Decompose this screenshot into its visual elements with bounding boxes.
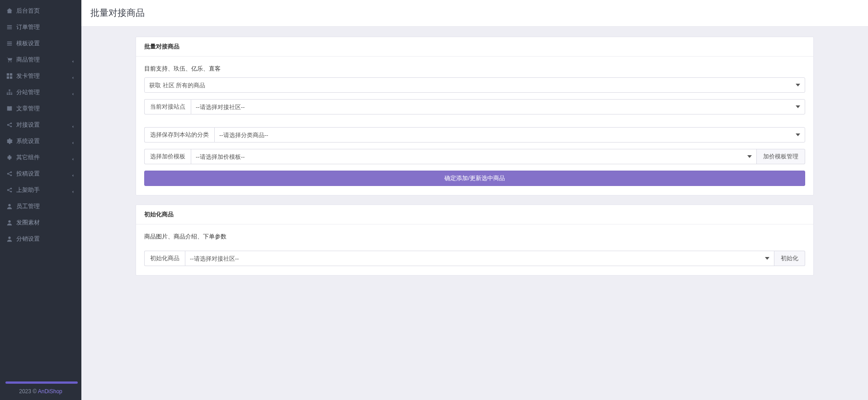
svg-point-15 <box>10 175 12 176</box>
footer: 2023 © AnDiShop <box>5 388 76 397</box>
svg-rect-7 <box>7 94 9 95</box>
svg-rect-6 <box>9 90 10 91</box>
label-init-product: 初始化商品 <box>144 251 185 266</box>
init-hint: 商品图片、商品介绍、下单参数 <box>144 233 805 241</box>
sidebar-item-label: 后台首页 <box>16 7 40 15</box>
sidebar-item-9[interactable]: 其它组件 <box>0 149 81 166</box>
sidebar-item-label: 系统设置 <box>16 137 40 145</box>
sidebar: 后台首页订单管理模板设置商品管理发卡管理分站管理文章管理对接设置系统设置其它组件… <box>0 0 81 400</box>
label-current-site: 当前对接站点 <box>144 99 191 114</box>
user-icon <box>6 203 13 210</box>
sidebar-item-7[interactable]: 对接设置 <box>0 117 81 133</box>
book-icon <box>6 105 13 112</box>
chevron-left-icon <box>71 139 75 143</box>
sidebar-item-11[interactable]: 上架助手 <box>0 182 81 198</box>
sidebar-item-0[interactable]: 后台首页 <box>0 3 81 19</box>
select-init-product[interactable]: --请选择对接社区-- <box>185 251 774 266</box>
plugin-icon <box>6 154 13 161</box>
submit-batch-button[interactable]: 确定添加/更新选中商品 <box>144 171 805 186</box>
svg-point-14 <box>10 171 12 173</box>
svg-point-19 <box>8 204 10 206</box>
sidebar-item-label: 投稿设置 <box>16 170 40 178</box>
user-icon <box>6 219 13 226</box>
card-init-title: 初始化商品 <box>136 205 813 224</box>
share-icon <box>6 122 13 128</box>
sidebar-menu: 后台首页订单管理模板设置商品管理发卡管理分站管理文章管理对接设置系统设置其它组件… <box>0 0 81 379</box>
svg-rect-8 <box>9 94 10 95</box>
main: 批量对接商品 批量对接商品 目前支持、玖伍、亿乐、直客 获取 社区 所有的商品 … <box>81 0 868 400</box>
svg-rect-5 <box>10 76 12 79</box>
sidebar-item-label: 发卡管理 <box>16 72 40 80</box>
card-batch-connect: 批量对接商品 目前支持、玖伍、亿乐、直客 获取 社区 所有的商品 当前对接站点 … <box>136 37 814 195</box>
footer-year: 2023 © <box>19 388 38 395</box>
svg-rect-2 <box>7 73 9 76</box>
sidebar-item-12[interactable]: 员工管理 <box>0 198 81 214</box>
select-markup-template[interactable]: --请选择加价模板-- <box>191 149 757 164</box>
sidebar-item-8[interactable]: 系统设置 <box>0 133 81 149</box>
svg-rect-3 <box>10 73 12 76</box>
footer-brand-link[interactable]: AnDiShop <box>38 388 62 395</box>
home-icon <box>6 8 13 14</box>
sidebar-item-2[interactable]: 模板设置 <box>0 35 81 52</box>
cart-icon <box>6 57 13 63</box>
sitemap-icon <box>6 89 13 95</box>
svg-point-1 <box>10 61 11 62</box>
list-icon <box>6 24 13 30</box>
page-header: 批量对接商品 <box>81 0 868 27</box>
card-init-product: 初始化商品 商品图片、商品介绍、下单参数 初始化商品 --请选择对接社区-- 初… <box>136 205 814 276</box>
chevron-left-icon <box>71 156 75 159</box>
svg-point-0 <box>8 61 9 62</box>
sidebar-item-label: 对接设置 <box>16 121 40 129</box>
sidebar-item-label: 文章管理 <box>16 105 40 113</box>
chevron-left-icon <box>71 74 75 78</box>
chevron-left-icon <box>71 90 75 94</box>
svg-point-21 <box>8 237 10 239</box>
markup-template-manage-button[interactable]: 加价模板管理 <box>757 149 805 164</box>
share-icon <box>6 187 13 193</box>
svg-rect-4 <box>7 76 9 79</box>
sidebar-item-6[interactable]: 文章管理 <box>0 100 81 117</box>
sidebar-item-label: 订单管理 <box>16 23 40 31</box>
select-community[interactable]: 获取 社区 所有的商品 <box>144 77 805 93</box>
sidebar-scrollbar[interactable] <box>5 381 78 384</box>
batch-hint: 目前支持、玖伍、亿乐、直客 <box>144 65 805 73</box>
sidebar-item-label: 商品管理 <box>16 56 40 64</box>
share-icon <box>6 171 13 177</box>
sidebar-item-label: 其它组件 <box>16 153 40 162</box>
list-icon <box>6 40 13 47</box>
sidebar-item-4[interactable]: 发卡管理 <box>0 68 81 84</box>
grid-icon <box>6 73 13 79</box>
sidebar-item-label: 分销设置 <box>16 235 40 243</box>
page-title: 批量对接商品 <box>90 7 859 19</box>
svg-point-12 <box>10 126 12 128</box>
gear-icon <box>6 138 13 144</box>
svg-point-20 <box>8 220 10 223</box>
init-button[interactable]: 初始化 <box>774 251 805 266</box>
svg-rect-9 <box>11 94 13 95</box>
chevron-left-icon <box>71 58 75 62</box>
svg-point-17 <box>10 188 12 190</box>
chevron-left-icon <box>71 172 75 176</box>
sidebar-item-13[interactable]: 发圈素材 <box>0 214 81 231</box>
label-markup-template: 选择加价模板 <box>144 149 191 164</box>
sidebar-item-10[interactable]: 投稿设置 <box>0 166 81 182</box>
sidebar-item-label: 员工管理 <box>16 202 40 210</box>
select-save-category[interactable]: --请选择分类商品-- <box>214 127 805 143</box>
sidebar-item-5[interactable]: 分站管理 <box>0 84 81 100</box>
sidebar-item-3[interactable]: 商品管理 <box>0 52 81 68</box>
sidebar-item-label: 分站管理 <box>16 88 40 96</box>
sidebar-item-label: 模板设置 <box>16 39 40 48</box>
sidebar-item-1[interactable]: 订单管理 <box>0 19 81 35</box>
sidebar-item-label: 发圈素材 <box>16 219 40 227</box>
chevron-left-icon <box>71 188 75 192</box>
chevron-left-icon <box>71 123 75 127</box>
svg-point-18 <box>10 191 12 193</box>
sidebar-item-label: 上架助手 <box>16 186 40 194</box>
card-batch-connect-title: 批量对接商品 <box>136 37 813 57</box>
label-save-category: 选择保存到本站的分类 <box>144 127 214 143</box>
select-current-site[interactable]: --请选择对接社区-- <box>191 99 805 114</box>
svg-point-11 <box>10 123 12 124</box>
user-icon <box>6 236 13 242</box>
sidebar-item-14[interactable]: 分销设置 <box>0 231 81 247</box>
